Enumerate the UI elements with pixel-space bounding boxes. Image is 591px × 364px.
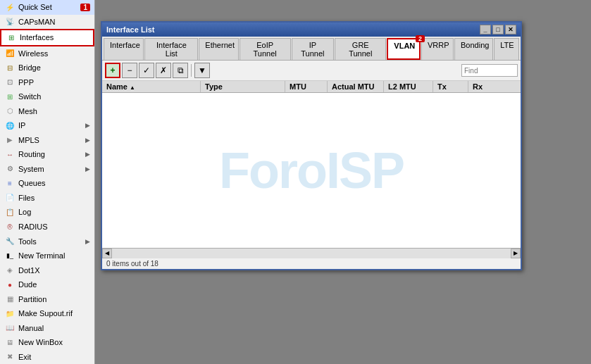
tab-interface[interactable]: Interface: [104, 38, 144, 60]
tab-bonding[interactable]: Bonding: [454, 38, 493, 60]
scroll-left-button[interactable]: ◀: [102, 249, 112, 258]
sidebar-item-routing[interactable]: ↔ Routing ▶: [0, 147, 94, 162]
tab-lte[interactable]: LTE: [494, 38, 519, 60]
system-arrow: ▶: [85, 165, 90, 172]
sidebar-item-quick-set[interactable]: ⚡ Quick Set 1: [0, 0, 94, 15]
horizontal-scrollbar[interactable]: ◀ ▶: [102, 248, 521, 258]
sidebar-label-dot1x: Dot1X: [18, 266, 90, 275]
find-box: [461, 64, 518, 77]
sidebar-label-wireless: Wireless: [18, 49, 90, 58]
sidebar-label-partition: Partition: [18, 295, 90, 303]
sidebar-label-new-terminal: New Terminal: [18, 251, 90, 260]
col-type[interactable]: Type: [201, 81, 285, 92]
sidebar-item-make-supout[interactable]: 📁 Make Supout.rif: [0, 306, 94, 321]
sidebar-item-mpls[interactable]: ▶ MPLS ▶: [0, 133, 94, 148]
sidebar-item-ppp[interactable]: ⊡ PPP: [0, 75, 94, 90]
wireless-icon: 📶: [4, 48, 15, 59]
disable-button[interactable]: ✗: [156, 63, 171, 78]
routing-arrow: ▶: [85, 151, 90, 158]
find-input[interactable]: [461, 64, 518, 77]
sidebar-item-bridge[interactable]: ⊟ Bridge: [0, 61, 94, 75]
quick-set-badge: 1: [80, 4, 90, 11]
tabs-bar: Interface Interface List Ethernet EoIP T…: [102, 37, 521, 61]
system-icon: ⚙: [4, 163, 15, 175]
interfaces-icon: ⊞: [6, 32, 17, 43]
switch-icon: ⊞: [4, 91, 15, 102]
files-icon: 📄: [4, 192, 15, 203]
sidebar-item-system[interactable]: ⚙ System ▶: [0, 162, 94, 177]
sidebar-item-wireless[interactable]: 📶 Wireless: [0, 46, 94, 61]
sidebar-item-new-terminal[interactable]: ▮_ New Terminal: [0, 249, 94, 263]
tab-vlan[interactable]: VLAN 2: [387, 38, 421, 60]
filter-button[interactable]: ▼: [194, 63, 210, 78]
sidebar-item-radius[interactable]: ® RADIUS: [0, 220, 94, 234]
mpls-icon: ▶: [4, 134, 15, 146]
sidebar-item-manual[interactable]: 📖 Manual: [0, 320, 94, 335]
sidebar-item-exit[interactable]: ✖ Exit: [0, 349, 94, 364]
tab-ip-tunnel[interactable]: IP Tunnel: [292, 38, 335, 60]
exit-icon: ✖: [4, 351, 15, 363]
col-actual-mtu[interactable]: Actual MTU: [328, 81, 384, 92]
sidebar-label-dude: Dude: [18, 280, 90, 289]
sidebar-item-files[interactable]: 📄 Files: [0, 191, 94, 206]
sidebar-label-mesh: Mesh: [18, 107, 90, 115]
sidebar-item-queues[interactable]: ≡ Queues: [0, 176, 94, 191]
window-controls: _ □ ✕: [480, 25, 516, 34]
sidebar-label-quick-set: Quick Set: [18, 3, 76, 11]
tab-gre-tunnel[interactable]: GRE Tunnel: [335, 38, 386, 60]
make-supout-icon: 📁: [4, 308, 15, 319]
col-rx[interactable]: Rx: [468, 81, 521, 92]
sidebar-item-capsman[interactable]: 📡 CAPsMAN: [0, 15, 94, 30]
sidebar-item-partition[interactable]: ▦ Partition: [0, 291, 94, 306]
remove-button[interactable]: −: [122, 63, 137, 78]
window-close-button[interactable]: ✕: [505, 25, 516, 34]
sidebar-item-tools[interactable]: 🔧 Tools ▶: [0, 234, 94, 249]
capsman-icon: 📡: [4, 16, 15, 27]
sidebar-label-new-winbox: New WinBox: [18, 338, 90, 346]
tab-interface-list[interactable]: Interface List: [144, 38, 198, 60]
sidebar-item-ip[interactable]: 🌐 IP ▶: [0, 118, 94, 133]
tab-ethernet[interactable]: Ethernet: [199, 38, 238, 60]
window-title: Interface List: [106, 25, 154, 34]
mesh-icon: ⬡: [4, 106, 15, 117]
sidebar-item-new-winbox[interactable]: 🖥 New WinBox: [0, 335, 94, 350]
ip-icon: 🌐: [4, 120, 15, 131]
sidebar-label-manual: Manual: [18, 324, 90, 332]
dot1x-icon: ◈: [4, 265, 15, 276]
window-minimize-button[interactable]: _: [480, 25, 491, 34]
status-text: 0 items out of 18: [106, 260, 158, 268]
sidebar-item-log[interactable]: 📋 Log: [0, 205, 94, 220]
col-tx[interactable]: Tx: [433, 81, 468, 92]
edit-button[interactable]: ✓: [139, 63, 154, 78]
sidebar-item-interfaces[interactable]: ⊞ Interfaces: [0, 29, 94, 46]
ppp-icon: ⊡: [4, 77, 15, 88]
bridge-icon: ⊟: [4, 62, 15, 73]
ip-arrow: ▶: [85, 122, 90, 129]
tools-arrow: ▶: [85, 238, 90, 245]
copy-button[interactable]: ⧉: [173, 63, 188, 78]
dude-icon: ●: [4, 279, 15, 290]
sidebar-label-system: System: [18, 165, 82, 173]
add-button[interactable]: +: [105, 63, 120, 78]
col-mtu[interactable]: MTU: [285, 81, 328, 92]
sidebar-label-capsman: CAPsMAN: [18, 18, 90, 26]
new-winbox-icon: 🖥: [4, 337, 15, 348]
sidebar-label-tools: Tools: [18, 237, 82, 246]
manual-icon: 📖: [4, 322, 15, 334]
window-maximize-button[interactable]: □: [492, 25, 504, 34]
col-name[interactable]: Name ▲: [102, 81, 201, 92]
sidebar-item-dot1x[interactable]: ◈ Dot1X: [0, 263, 94, 277]
tab-vrrp[interactable]: VRRP: [421, 38, 454, 60]
sidebar-item-dude[interactable]: ● Dude: [0, 277, 94, 292]
sidebar-item-switch[interactable]: ⊞ Switch: [0, 89, 94, 104]
tab-eoip-tunnel[interactable]: EoIP Tunnel: [239, 38, 291, 60]
sidebar-label-mpls: MPLS: [18, 136, 82, 144]
scroll-track[interactable]: [112, 249, 511, 258]
sidebar-label-files: Files: [18, 194, 90, 202]
sidebar-label-log: Log: [18, 208, 90, 216]
sidebar-item-mesh[interactable]: ⬡ Mesh: [0, 104, 94, 119]
scroll-right-button[interactable]: ▶: [511, 249, 521, 258]
table-header: Name ▲ Type MTU Actual MTU L2 MTU Tx Rx: [102, 81, 521, 93]
col-l2-mtu[interactable]: L2 MTU: [384, 81, 433, 92]
sidebar-label-make-supout: Make Supout.rif: [18, 309, 90, 318]
